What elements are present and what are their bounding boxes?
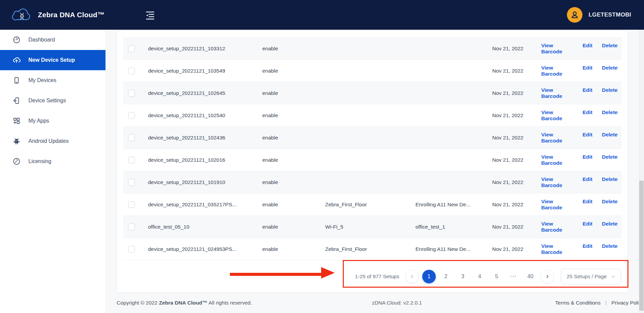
sidebar-item-label: Android Updates — [28, 138, 69, 144]
page-button-4[interactable]: 4 — [473, 273, 486, 280]
setup-name: device_setup_20221121_102016 — [148, 157, 262, 163]
delete-link[interactable]: Delete — [602, 87, 618, 99]
sidebar-item-label: Device Settings — [28, 98, 66, 104]
setup-status: enable — [262, 224, 325, 230]
prev-page-button[interactable] — [405, 270, 419, 283]
row-checkbox[interactable] — [128, 224, 135, 230]
row-checkbox[interactable] — [128, 45, 135, 52]
table-row: device_setup_20221121_102645 enable Nov … — [123, 82, 622, 104]
view-barcode-link[interactable]: View Barcode — [541, 243, 573, 255]
setup-description: office_test_1 — [415, 224, 492, 230]
pagination-bar: 1-25 of 977 Setups 1 2 3 4 5 ••• 40 25 S… — [117, 260, 628, 292]
delete-link[interactable]: Delete — [602, 176, 618, 188]
sidebar: Dashboard New Device Setup My Devices — [0, 30, 106, 313]
setup-name: device_setup_20221121_102645 — [148, 90, 262, 96]
view-barcode-link[interactable]: View Barcode — [541, 65, 573, 77]
view-barcode-link[interactable]: View Barcode — [541, 43, 573, 55]
setup-date: Nov 21, 2022 — [492, 157, 541, 163]
page-size-select[interactable]: 25 Setups / Page — [561, 269, 621, 284]
pages-ellipsis[interactable]: ••• — [507, 274, 520, 279]
edit-link[interactable]: Edit — [582, 109, 592, 122]
setup-network: Zebra_First_Floor — [325, 202, 415, 208]
edit-link[interactable]: Edit — [582, 221, 592, 233]
row-checkbox[interactable] — [128, 157, 135, 163]
vertical-scrollbar-track[interactable] — [639, 30, 644, 313]
page-button-40[interactable]: 40 — [524, 273, 537, 280]
setup-description: Enrolling A11 New De... — [415, 246, 492, 252]
setup-name: device_setup_20221121_103549 — [148, 68, 262, 74]
table-row: device_setup_20221121_024953PS... enable… — [123, 238, 622, 260]
cloud-upload-icon — [12, 56, 21, 64]
row-checkbox[interactable] — [128, 179, 135, 186]
vertical-scrollbar-thumb[interactable] — [639, 181, 644, 311]
page-button-3[interactable]: 3 — [456, 273, 470, 280]
setup-status: enable — [262, 157, 325, 163]
delete-link[interactable]: Delete — [602, 43, 618, 55]
setup-status: enable — [262, 112, 325, 119]
edit-link[interactable]: Edit — [582, 199, 592, 211]
version-label: zDNA Cloud: v2.2.0.1 — [372, 300, 422, 306]
setup-date: Nov 21, 2022 — [492, 135, 541, 141]
setups-table-card: device_setup_20221121_103312 enable Nov … — [117, 30, 628, 293]
terms-and-conditions-link[interactable]: Terms & Conditions — [555, 300, 600, 306]
sidebar-item-licensing[interactable]: Licensing — [0, 151, 105, 172]
next-page-button[interactable] — [541, 270, 554, 283]
app-title: Zebra DNA Cloud™ — [38, 11, 104, 19]
table-row: office_test_05_10 enable Wi-Fi_5 office_… — [123, 216, 622, 238]
edit-link[interactable]: Edit — [582, 87, 592, 99]
page-button-2[interactable]: 2 — [439, 273, 453, 280]
setup-name: device_setup_20221121_102540 — [148, 112, 262, 119]
edit-link[interactable]: Edit — [582, 176, 592, 188]
setup-date: Nov 21, 2022 — [492, 246, 541, 252]
pagination-summary: 1-25 of 977 Setups — [355, 273, 399, 280]
view-barcode-link[interactable]: View Barcode — [541, 154, 573, 166]
delete-link[interactable]: Delete — [602, 243, 618, 255]
delete-link[interactable]: Delete — [602, 109, 618, 122]
table-row: device_setup_20221121_102016 enable Nov … — [123, 149, 622, 171]
view-barcode-link[interactable]: View Barcode — [541, 199, 573, 211]
view-barcode-link[interactable]: View Barcode — [541, 109, 573, 122]
view-barcode-link[interactable]: View Barcode — [541, 87, 573, 99]
delete-link[interactable]: Delete — [602, 132, 618, 144]
edit-link[interactable]: Edit — [582, 65, 592, 77]
setup-date: Nov 21, 2022 — [492, 46, 541, 52]
setup-status: enable — [262, 46, 325, 52]
row-checkbox[interactable] — [128, 201, 135, 208]
delete-link[interactable]: Delete — [602, 199, 618, 211]
table-row: device_setup_20221121_102540 enable Nov … — [123, 104, 622, 127]
delete-link[interactable]: Delete — [602, 154, 618, 166]
sidebar-item-android-updates[interactable]: Android Updates — [0, 131, 105, 151]
row-checkbox[interactable] — [128, 68, 135, 74]
android-icon — [12, 137, 21, 146]
edit-link[interactable]: Edit — [582, 43, 592, 55]
sidebar-item-device-settings[interactable]: Device Settings — [0, 90, 105, 111]
sidebar-item-label: Dashboard — [28, 37, 55, 43]
device-settings-icon — [12, 96, 21, 105]
brand-name: Zebra DNA Cloud™ — [159, 300, 207, 306]
row-checkbox[interactable] — [128, 246, 135, 253]
sidebar-item-dashboard[interactable]: Dashboard — [0, 30, 105, 50]
chevron-down-icon — [611, 274, 616, 279]
edit-link[interactable]: Edit — [582, 154, 592, 166]
page-button-5[interactable]: 5 — [490, 273, 503, 280]
setup-date: Nov 21, 2022 — [492, 202, 541, 208]
setup-status: enable — [262, 246, 325, 252]
sidebar-item-my-apps[interactable]: My Apps — [0, 111, 105, 131]
device-icon — [12, 76, 21, 85]
user-avatar[interactable] — [567, 7, 582, 23]
sidebar-item-my-devices[interactable]: My Devices — [0, 70, 105, 90]
row-checkbox[interactable] — [128, 112, 135, 119]
row-checkbox[interactable] — [128, 90, 135, 97]
delete-link[interactable]: Delete — [602, 65, 618, 77]
edit-link[interactable]: Edit — [582, 243, 592, 255]
page-button-1[interactable]: 1 — [422, 270, 436, 283]
view-barcode-link[interactable]: View Barcode — [541, 221, 573, 233]
edit-link[interactable]: Edit — [582, 132, 592, 144]
sidebar-collapse-icon[interactable] — [144, 10, 156, 20]
sidebar-item-new-device-setup[interactable]: New Device Setup — [0, 50, 105, 70]
delete-link[interactable]: Delete — [602, 221, 618, 233]
view-barcode-link[interactable]: View Barcode — [541, 132, 573, 144]
setup-network: Wi-Fi_5 — [325, 224, 415, 230]
view-barcode-link[interactable]: View Barcode — [541, 176, 573, 188]
row-checkbox[interactable] — [128, 134, 135, 141]
